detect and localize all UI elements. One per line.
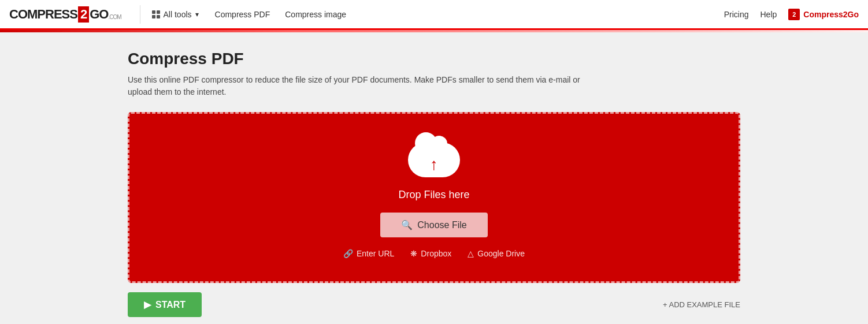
search-icon: 🔍 [401, 219, 413, 230]
start-arrow-icon: ▶ [144, 299, 151, 310]
page-description: Use this online PDF compressor to reduce… [128, 74, 590, 98]
google-drive-icon: △ [468, 249, 474, 258]
google-drive-label: Google Drive [477, 249, 525, 258]
cloud-upload-icon: ↑ [408, 137, 460, 177]
compress2go-icon: 2 [788, 9, 800, 20]
logo-2: 2 [78, 6, 89, 23]
logo-com: .com [108, 14, 121, 20]
grid-icon [152, 10, 160, 18]
upload-zone[interactable]: ↑ Drop Files here 🔍 Choose File 🔗 Enter … [128, 112, 740, 283]
pricing-link[interactable]: Pricing [724, 10, 749, 19]
logo[interactable]: COMPRESS 2 GO .com [9, 6, 121, 23]
nav-compress-pdf[interactable]: Compress PDF [209, 6, 276, 23]
dropbox-link[interactable]: ❋ Dropbox [410, 249, 451, 258]
start-label: START [155, 300, 186, 310]
link-icon: 🔗 [343, 249, 353, 258]
compress2go-label: Compress2Go [803, 10, 859, 19]
dropbox-label: Dropbox [421, 249, 451, 258]
enter-url-link[interactable]: 🔗 Enter URL [343, 249, 394, 258]
dropbox-icon: ❋ [410, 249, 417, 258]
bottom-bar: ▶ START + ADD EXAMPLE FILE [128, 292, 740, 317]
add-example-link[interactable]: + ADD EXAMPLE FILE [663, 300, 740, 309]
header-right: Pricing Help 2 Compress2Go [724, 9, 859, 20]
nav-compress-image[interactable]: Compress image [279, 6, 352, 23]
google-drive-link[interactable]: △ Google Drive [468, 249, 525, 258]
logo-compress: COMPRESS [9, 7, 77, 22]
start-button[interactable]: ▶ START [128, 292, 202, 317]
upload-links: 🔗 Enter URL ❋ Dropbox △ Google Drive [343, 249, 525, 258]
page-title: Compress PDF [128, 50, 740, 68]
enter-url-label: Enter URL [357, 249, 394, 258]
all-tools-button[interactable]: All tools ▾ [147, 6, 203, 23]
drop-files-text: Drop Files here [398, 189, 469, 201]
header-divider [140, 5, 140, 24]
choose-file-label: Choose File [417, 220, 466, 230]
help-link[interactable]: Help [761, 10, 777, 19]
content-area: Compress PDF Use this online PDF compres… [116, 50, 752, 317]
upload-arrow-icon: ↑ [430, 157, 438, 173]
logo-go: GO [90, 7, 108, 22]
main-content: Compress PDF Use this online PDF compres… [0, 32, 868, 317]
choose-file-button[interactable]: 🔍 Choose File [380, 213, 487, 237]
all-tools-label: All tools [164, 10, 192, 19]
compress2go-button[interactable]: 2 Compress2Go [788, 9, 859, 20]
header: COMPRESS 2 GO .com All tools ▾ Compress … [0, 0, 868, 30]
main-nav: Compress PDF Compress image [209, 6, 353, 23]
chevron-down-icon: ▾ [195, 10, 199, 18]
